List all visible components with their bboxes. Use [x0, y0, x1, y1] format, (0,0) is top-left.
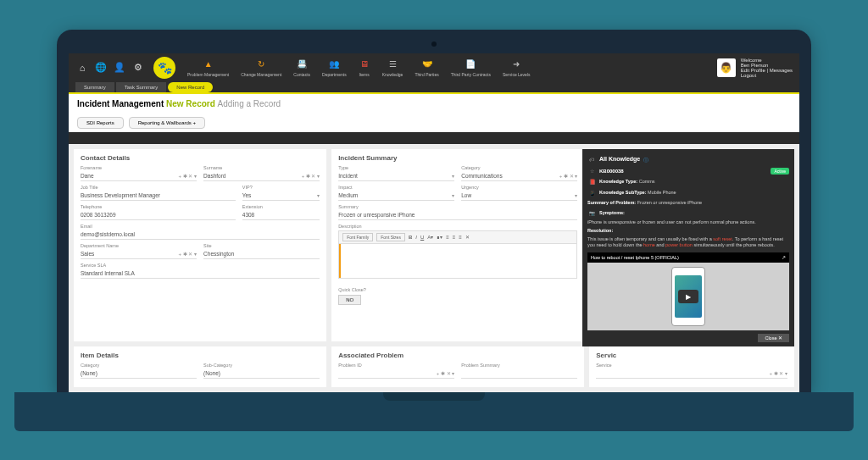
job-label: Job Title	[81, 185, 236, 190]
nav-problem[interactable]: ▲Problem Management	[184, 58, 232, 77]
user-icon[interactable]: 👤	[113, 61, 126, 75]
urgency-select[interactable]: Low▾	[461, 191, 577, 201]
italic-button[interactable]: I	[415, 235, 417, 240]
tel-input[interactable]: 0208 3613269	[81, 210, 236, 220]
incident-panel: Incident Summary TypeIncident▾ CategoryC…	[331, 149, 584, 341]
tab-bar: Summary Task Summary New Record	[69, 82, 799, 92]
monitor-icon: 🖥	[359, 58, 370, 70]
share-icon[interactable]: ↗	[782, 255, 786, 260]
service-heading: Servic	[596, 352, 787, 359]
title-new: New Record	[166, 99, 215, 108]
align-right-button[interactable]: ≡	[459, 235, 462, 240]
play-button[interactable]: ▶	[678, 290, 698, 303]
globe-icon[interactable]: 🌐	[94, 61, 108, 75]
item-sub-label: Sub-Category	[203, 363, 320, 368]
surname-input[interactable]: Dashford+ ✱ ✕ ▾	[203, 171, 320, 181]
service-input[interactable]: + ✱ ✕ ▾	[596, 369, 787, 379]
camera-icon: 📷	[587, 208, 596, 217]
job-input[interactable]: Business Development Manager	[81, 191, 236, 201]
item-sub-select[interactable]: (None)	[203, 369, 320, 379]
service-panel: Servic Service+ ✱ ✕ ▾	[589, 346, 794, 387]
type-label: Type	[338, 165, 454, 170]
home-icon[interactable]: ⌂	[75, 61, 89, 75]
info-icon[interactable]: ⓘ	[643, 157, 648, 164]
nav-label: Change Management	[241, 72, 281, 77]
text-color-button[interactable]: A▾	[427, 234, 433, 240]
quickclose-no-button[interactable]: NO	[338, 295, 361, 305]
nav-knowledge[interactable]: ☰Knowledge	[379, 58, 407, 77]
item-cat-select[interactable]: (None)	[81, 369, 197, 379]
resolution-text: This issue is often temporary and can us…	[587, 236, 789, 249]
summary-label: Summary	[338, 204, 577, 209]
forename-input[interactable]: Dane+ ✱ ✕ ▾	[81, 171, 197, 181]
gear-icon[interactable]: ⚙	[131, 61, 145, 75]
category-select[interactable]: Communications+ ✱ ✕ ▾	[461, 171, 577, 181]
email-input[interactable]: demo@sistdemo.local	[81, 230, 320, 240]
align-center-button[interactable]: ≡	[453, 235, 456, 240]
surname-label: Surname	[203, 165, 320, 170]
nav-label: Items	[359, 72, 370, 77]
underline-button[interactable]: U	[420, 235, 424, 240]
tab-task-summary[interactable]: Task Summary	[116, 82, 167, 92]
sdi-reports-button[interactable]: SDI Reports	[77, 117, 124, 129]
editor-area[interactable]	[339, 244, 576, 278]
impact-select[interactable]: Medium▾	[338, 191, 454, 201]
nav-contacts[interactable]: 📇Contacts	[290, 58, 314, 77]
urgency-label: Urgency	[461, 185, 577, 190]
site-input[interactable]: Chessington	[203, 249, 320, 259]
sla-input[interactable]: Standard Internal SLA	[81, 269, 320, 279]
bold-button[interactable]: B	[409, 235, 412, 240]
contact-heading: Contact Details	[81, 154, 320, 162]
nav-change[interactable]: ↻Change Management	[237, 58, 285, 77]
app-screen: ⌂ 🌐 👤 ⚙ 🐾 ▲Problem Management ↻Change Ma…	[69, 53, 799, 392]
avatar[interactable]: 👨	[717, 58, 736, 77]
dark-band	[69, 132, 799, 144]
tag-icon: 🏷	[587, 156, 596, 164]
ext-input[interactable]: 4308	[242, 210, 320, 220]
star-icon[interactable]: ☆	[587, 167, 596, 175]
nav-contracts[interactable]: 📄Third Party Contracts	[448, 58, 494, 77]
quickclose-label: Quick Close?	[338, 287, 366, 292]
logout-link[interactable]: Logout	[741, 73, 756, 78]
nav-items[interactable]: 🖥Items	[355, 58, 374, 77]
rich-text-editor: Font Family Font Sizes B I U A▾ ∎▾ ≡ ≡ ≡…	[338, 230, 577, 279]
nav-third-parties[interactable]: 🤝Third Parties	[411, 58, 442, 77]
assoc-problem-panel: Associated Problem Problem ID+ ✱ ✕ ▾ Pro…	[331, 346, 584, 387]
align-left-button[interactable]: ≡	[446, 235, 449, 240]
item-heading: Item Details	[81, 352, 320, 359]
close-button[interactable]: Close ✕	[758, 334, 789, 342]
nav-label: Knowledge	[382, 72, 403, 77]
app-mascot-icon[interactable]: 🐾	[153, 57, 175, 79]
problem-id-input[interactable]: + ✱ ✕ ▾	[338, 369, 454, 379]
font-size-select[interactable]: Font Sizes	[376, 233, 405, 241]
tab-summary[interactable]: Summary	[75, 82, 114, 92]
category-label: Category	[461, 165, 577, 170]
vip-label: VIP?	[242, 185, 320, 190]
item-details-panel: Item Details Category(None) Sub-Category…	[74, 346, 326, 387]
title-sub: Adding a Record	[218, 99, 281, 108]
wallboards-button[interactable]: Reporting & Wallboards +	[129, 117, 205, 129]
impact-label: Impact	[338, 185, 454, 190]
laptop-base	[14, 392, 854, 431]
dept-label: Department Name	[81, 243, 197, 248]
vip-select[interactable]: Yes▾	[242, 191, 320, 201]
problem-summary-input[interactable]	[461, 369, 577, 379]
book-icon: 📕	[587, 177, 596, 186]
title-main: Incident Management	[77, 99, 164, 108]
document-icon: 📄	[465, 58, 476, 70]
refresh-icon: ↻	[255, 58, 267, 70]
incident-heading: Incident Summary	[338, 154, 577, 162]
clear-button[interactable]: ✕	[465, 234, 470, 240]
email-label: Email	[81, 224, 320, 229]
summary-input[interactable]: Frozen or unresponsive iPhone	[338, 210, 577, 220]
type-select[interactable]: Incident▾	[338, 171, 454, 181]
nav-service-levels[interactable]: ➜Service Levels	[499, 58, 534, 77]
kb-id[interactable]: KB000038	[599, 169, 624, 174]
font-family-select[interactable]: Font Family	[342, 233, 373, 241]
site-label: Site	[203, 243, 320, 248]
bg-color-button[interactable]: ∎▾	[437, 234, 442, 240]
tab-new-record[interactable]: New Record	[168, 82, 213, 92]
dept-input[interactable]: Sales+ ✱ ✕ ▾	[81, 249, 197, 259]
assoc-heading: Associated Problem	[338, 352, 577, 359]
nav-departments[interactable]: 👥Departments	[319, 58, 350, 77]
